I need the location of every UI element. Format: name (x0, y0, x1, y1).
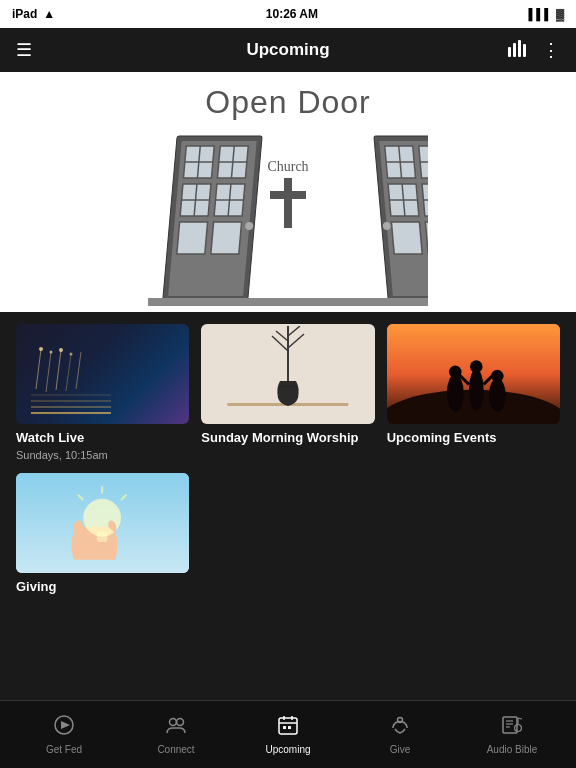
audio-bible-label: Audio Bible (487, 744, 538, 755)
cards-grid: Watch Live Sundays, 10:15am (16, 324, 560, 461)
signal-icon: ▌▌▌ (529, 8, 552, 20)
carrier-text: iPad (12, 7, 37, 21)
tab-connect[interactable]: Connect (120, 708, 232, 761)
church-door-area: Open Door (0, 72, 576, 312)
give-icon (389, 714, 411, 741)
nav-bar: ☰ Upcoming ⋮ (0, 28, 576, 72)
svg-rect-41 (270, 191, 306, 199)
svg-line-43 (36, 349, 41, 389)
sunday-worship-card[interactable]: Sunday Morning Worship (201, 324, 374, 461)
svg-point-60 (447, 374, 464, 412)
menu-icon[interactable]: ☰ (16, 39, 32, 61)
give-label: Give (390, 744, 411, 755)
tab-give[interactable]: Give (344, 708, 456, 761)
events-title: Upcoming Events (387, 430, 560, 447)
svg-line-47 (76, 352, 81, 389)
svg-point-89 (515, 725, 522, 732)
svg-line-54 (288, 326, 300, 336)
svg-line-56 (288, 334, 304, 348)
get-fed-label: Get Fed (46, 744, 82, 755)
upcoming-events-card[interactable]: Upcoming Events (387, 324, 560, 461)
svg-point-64 (489, 378, 506, 412)
svg-rect-3 (523, 44, 526, 57)
svg-rect-78 (279, 718, 297, 734)
hero-banner: Open Door (0, 72, 576, 312)
audio-bible-icon (501, 714, 523, 741)
svg-line-44 (46, 352, 51, 392)
battery-icon: ▓ (556, 8, 564, 20)
open-door-text: Open Door (205, 84, 371, 121)
content-area: Watch Live Sundays, 10:15am (0, 312, 576, 612)
connect-label: Connect (157, 744, 194, 755)
giving-card[interactable]: Giving (16, 473, 189, 596)
get-fed-icon (53, 714, 75, 741)
status-time: 10:26 AM (266, 7, 318, 21)
watch-live-image (16, 324, 189, 424)
watch-live-subtitle: Sundays, 10:15am (16, 449, 189, 461)
watch-live-card[interactable]: Watch Live Sundays, 10:15am (16, 324, 189, 461)
connect-icon (165, 714, 187, 741)
tab-bar: Get Fed Connect Upcoming (0, 700, 576, 768)
svg-rect-42 (148, 298, 428, 306)
status-right: ▌▌▌ ▓ (529, 8, 564, 20)
svg-point-50 (59, 348, 63, 352)
svg-point-63 (470, 360, 483, 373)
svg-rect-40 (284, 178, 292, 228)
worship-title: Sunday Morning Worship (201, 430, 374, 447)
svg-rect-27 (391, 222, 422, 254)
nav-right: ⋮ (508, 39, 560, 61)
tab-audio-bible[interactable]: Audio Bible (456, 708, 568, 761)
svg-marker-75 (61, 721, 70, 729)
svg-rect-82 (283, 726, 286, 729)
svg-rect-2 (518, 40, 521, 57)
chart-icon[interactable] (508, 39, 528, 61)
nav-title: Upcoming (246, 28, 329, 72)
svg-point-51 (70, 353, 73, 356)
events-image (387, 324, 560, 424)
upcoming-icon (277, 714, 299, 741)
svg-rect-83 (288, 726, 291, 729)
worship-image (201, 324, 374, 424)
svg-text:Church: Church (267, 159, 308, 174)
watch-live-title: Watch Live (16, 430, 189, 447)
tab-upcoming[interactable]: Upcoming (232, 708, 344, 761)
svg-line-53 (276, 331, 288, 341)
giving-image (16, 473, 189, 573)
svg-point-49 (50, 351, 53, 354)
svg-point-77 (177, 719, 184, 726)
status-bar: iPad ▲ 10:26 AM ▌▌▌ ▓ (0, 0, 576, 28)
giving-title: Giving (16, 579, 189, 596)
svg-rect-1 (513, 43, 516, 57)
svg-rect-70 (97, 531, 108, 542)
status-left: iPad ▲ (12, 7, 55, 21)
more-icon[interactable]: ⋮ (542, 39, 560, 61)
svg-point-84 (398, 718, 403, 723)
wifi-icon: ▲ (43, 7, 55, 21)
svg-rect-10 (177, 222, 208, 254)
svg-point-62 (469, 369, 484, 411)
svg-point-48 (39, 347, 43, 351)
svg-point-76 (170, 719, 177, 726)
svg-line-45 (56, 350, 61, 390)
svg-rect-11 (211, 222, 242, 254)
door-image: Church (148, 126, 428, 306)
upcoming-label: Upcoming (265, 744, 310, 755)
nav-left: ☰ (16, 39, 32, 61)
tab-get-fed[interactable]: Get Fed (8, 708, 120, 761)
svg-rect-0 (508, 47, 511, 57)
svg-line-46 (66, 354, 71, 391)
giving-row: Giving (16, 473, 189, 596)
